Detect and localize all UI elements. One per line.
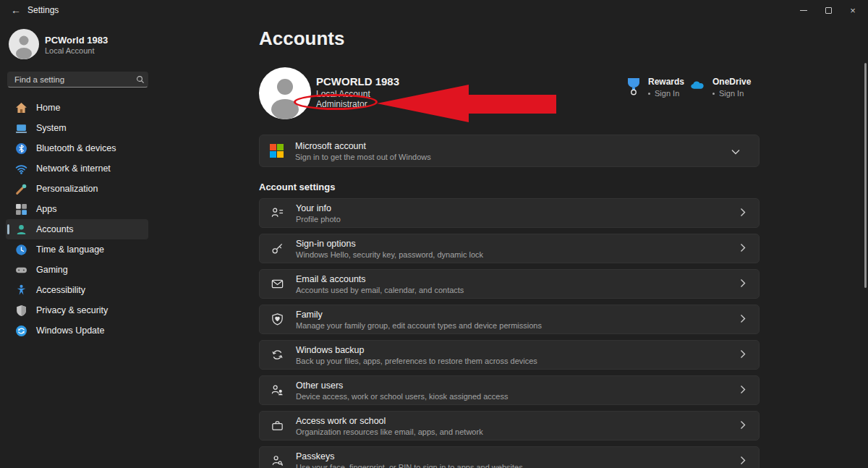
- rewards-label: Rewards: [648, 77, 684, 87]
- minimize-icon: [800, 10, 807, 11]
- row-sign-in-options[interactable]: Sign-in optionsWindows Hello, security k…: [259, 234, 760, 263]
- sidebar-item-label: Accessibility: [36, 285, 85, 295]
- row-access-work-school[interactable]: Access work or schoolOrganization resour…: [259, 411, 760, 441]
- section-header: Account settings: [259, 182, 335, 192]
- sidebar-item-label: Gaming: [36, 265, 68, 275]
- chevron-right-icon: [740, 455, 749, 468]
- gaming-icon: [15, 264, 27, 276]
- chevron-right-icon: [740, 207, 749, 220]
- rewards-icon: [625, 77, 642, 95]
- briefcase-icon: [270, 419, 284, 433]
- row-windows-backup[interactable]: Windows backupBack up your files, apps, …: [259, 340, 760, 370]
- sidebar-item-network-internet[interactable]: Network & internet: [6, 158, 148, 179]
- sidebar-profile-subtitle: Local Account: [45, 46, 95, 55]
- bluetooth-icon: [15, 142, 27, 155]
- row-email-accounts[interactable]: Email & accountsAccounts used by email, …: [259, 269, 760, 299]
- sidebar-item-label: Time & language: [36, 244, 104, 255]
- account-avatar[interactable]: [259, 67, 311, 119]
- minimize-button[interactable]: [791, 0, 816, 20]
- maximize-icon: [825, 7, 832, 14]
- rewards-sign-in[interactable]: Sign In: [648, 89, 684, 98]
- sidebar-avatar[interactable]: [9, 29, 39, 59]
- account-type: Local Account: [316, 89, 370, 99]
- sidebar-item-windows-update[interactable]: Windows Update: [6, 320, 148, 341]
- row-passkeys[interactable]: PasskeysUse your face, fingerprint, or P…: [259, 446, 760, 468]
- sidebar-item-accessibility[interactable]: Accessibility: [6, 280, 148, 300]
- account-name: PCWORLD 1983: [316, 75, 399, 88]
- row-your-info[interactable]: Your infoProfile photo: [259, 198, 760, 228]
- onedrive-block[interactable]: OneDrive Sign In: [689, 77, 751, 98]
- person-silhouette-icon: [9, 29, 39, 59]
- chevron-down-icon[interactable]: [731, 145, 749, 158]
- scrollbar-thumb[interactable]: [864, 63, 867, 288]
- other-users-icon: [270, 383, 284, 398]
- sidebar-item-system[interactable]: System: [6, 118, 148, 138]
- sidebar-item-label: System: [36, 123, 67, 133]
- sidebar-item-label: Accounts: [36, 224, 73, 234]
- annotation-arrow: [377, 85, 556, 122]
- account-role: Administrator: [316, 99, 367, 109]
- chevron-right-icon: [740, 420, 749, 433]
- accounts-icon: [15, 224, 27, 236]
- window-title: Settings: [27, 5, 59, 15]
- chevron-right-icon: [740, 384, 749, 397]
- bullet-dot: [712, 93, 715, 95]
- sidebar-item-accounts[interactable]: Accounts: [6, 219, 148, 239]
- sidebar-item-personalization[interactable]: Personalization: [6, 179, 148, 199]
- sidebar-profile-name[interactable]: PCWorld 1983: [45, 35, 108, 46]
- passkey-icon: [270, 454, 284, 468]
- microsoft-account-card[interactable]: Microsoft account Sign in to get the mos…: [259, 135, 760, 167]
- sidebar-item-label: Home: [36, 103, 60, 113]
- maximize-button[interactable]: [816, 0, 841, 20]
- window-controls: ×: [791, 0, 865, 20]
- page-title: Accounts: [259, 27, 344, 50]
- sidebar-item-gaming[interactable]: Gaming: [6, 260, 148, 280]
- row-other-users[interactable]: Other usersDevice access, work or school…: [259, 375, 760, 405]
- sidebar-item-label: Network & internet: [36, 163, 111, 174]
- chevron-right-icon: [740, 349, 749, 362]
- apps-icon: [15, 203, 27, 216]
- sidebar-item-label: Personalization: [36, 184, 98, 194]
- search-input[interactable]: [8, 75, 133, 84]
- backup-icon: [270, 348, 284, 362]
- personalization-icon: [15, 183, 27, 195]
- ms-card-title: Microsoft account: [295, 141, 431, 151]
- accessibility-icon: [15, 284, 27, 297]
- network-icon: [15, 163, 27, 175]
- sidebar-item-privacy-security[interactable]: Privacy & security: [6, 300, 148, 320]
- onedrive-label: OneDrive: [712, 77, 751, 87]
- email-icon: [270, 277, 284, 292]
- time-language-icon: [15, 244, 27, 256]
- sidebar-item-label: Windows Update: [36, 326, 105, 336]
- onedrive-sign-in[interactable]: Sign In: [712, 89, 751, 98]
- sidebar-item-label: Privacy & security: [36, 305, 108, 315]
- windows-update-icon: [15, 325, 27, 337]
- titlebar: ← Settings ×: [0, 0, 868, 20]
- chevron-right-icon: [740, 278, 749, 291]
- search-icon: [133, 75, 148, 84]
- your-info-icon: [270, 206, 284, 221]
- privacy-icon: [15, 305, 27, 317]
- sidebar-item-label: Bluetooth & devices: [36, 143, 116, 153]
- chevron-right-icon: [740, 313, 749, 326]
- sidebar-item-time-language[interactable]: Time & language: [6, 239, 148, 260]
- back-button[interactable]: ←: [7, 3, 25, 17]
- sidebar-item-home[interactable]: Home: [6, 98, 148, 118]
- selected-accent-pill: [7, 224, 9, 234]
- home-icon: [15, 102, 27, 114]
- sidebar-item-label: Apps: [36, 204, 57, 214]
- person-silhouette-icon: [259, 67, 311, 119]
- rewards-block[interactable]: Rewards Sign In: [625, 77, 684, 98]
- sidebar-item-apps[interactable]: Apps: [6, 199, 148, 219]
- system-icon: [15, 122, 27, 135]
- sidebar-item-bluetooth-devices[interactable]: Bluetooth & devices: [6, 138, 148, 158]
- family-icon: [270, 312, 284, 327]
- close-button[interactable]: ×: [841, 0, 865, 20]
- onedrive-icon: [689, 77, 707, 95]
- search-box[interactable]: [7, 72, 148, 88]
- row-family[interactable]: FamilyManage your family group, edit acc…: [259, 305, 760, 334]
- chevron-right-icon: [740, 242, 749, 255]
- sidebar-nav: Home System Bluetooth & devices Network …: [6, 98, 148, 341]
- ms-card-subtitle: Sign in to get the most out of Windows: [295, 153, 431, 161]
- bullet-dot: [648, 93, 650, 95]
